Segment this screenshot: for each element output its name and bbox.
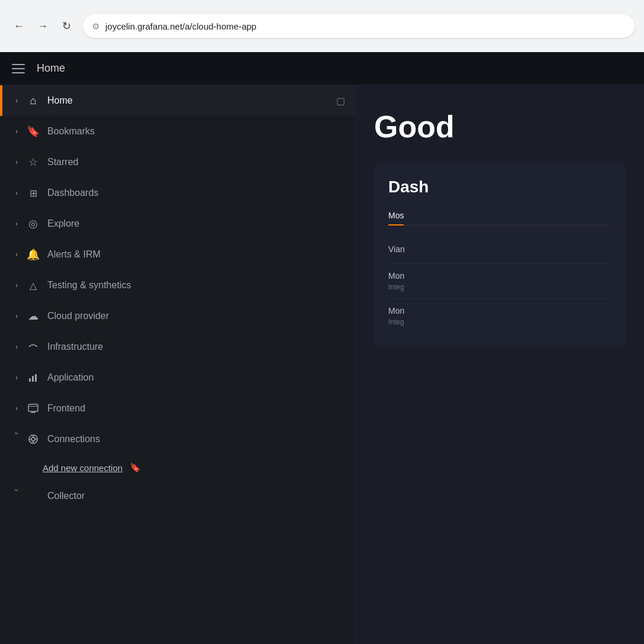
greeting-text: Good [374,109,625,144]
bookmark-icon[interactable]: 🔖 [130,462,141,473]
sidebar-item-label: Collector [47,491,345,501]
back-button[interactable]: ← [9,17,28,36]
hamburger-menu[interactable] [9,62,27,76]
sidebar: › ⌂ Home ▢ › 🔖 Bookmarks › ☆ Starred › ⊞ [0,85,355,644]
sidebar-item-label: Application [47,372,345,383]
connections-icon [24,434,43,445]
nav-buttons: ← → ↻ [9,17,76,36]
svg-rect-3 [28,404,38,411]
tab-most[interactable]: Mos [388,206,404,225]
svg-point-7 [31,437,35,441]
chevron-icon: › [9,312,24,320]
main-content: › ⌂ Home ▢ › 🔖 Bookmarks › ☆ Starred › ⊞ [0,85,644,644]
list-item-title: Mon [388,271,611,281]
app-layout: Home › ⌂ Home ▢ › 🔖 Bookmarks › ☆ Starr [0,52,644,644]
star-icon: ☆ [24,156,43,169]
list-item: Vian [388,237,611,264]
chevron-icon: › [9,250,24,259]
list-item-subtitle: Integ [388,318,611,326]
sidebar-item-label: Alerts & IRM [47,249,345,260]
sidebar-item-label: Bookmarks [47,126,345,137]
sidebar-item-connections[interactable]: › Connections [0,424,355,455]
chevron-icon: › [9,373,24,382]
sidebar-item-label: Cloud provider [47,311,345,321]
add-new-connection-item[interactable]: Add new connection 🔖 [0,455,355,481]
application-icon [24,372,43,383]
sidebar-item-alerts[interactable]: › 🔔 Alerts & IRM [0,239,355,270]
hamburger-line-1 [12,64,25,65]
chevron-icon: › [9,189,24,197]
chevron-down-icon: › [12,432,21,446]
layout-icon[interactable]: ▢ [336,95,345,107]
svg-rect-5 [29,406,37,407]
section-tabs: Mos [388,206,611,226]
sidebar-item-label: Frontend [47,403,345,414]
top-bar-title: Home [37,62,65,75]
chevron-icon: › [9,220,24,228]
right-panel: Good Dash Mos Vian Mon Integ Mon [355,85,644,644]
sidebar-item-label: Connections [47,434,345,445]
dashboard-section: Dash Mos Vian Mon Integ Mon Integ [374,163,625,347]
frontend-icon [24,403,43,414]
sidebar-item-label: Dashboards [47,188,345,198]
list-item-subtitle: Integ [388,283,611,291]
chevron-icon: › [9,127,24,136]
svg-rect-4 [31,412,36,413]
chevron-icon: › [9,96,24,105]
home-icon: ⌂ [24,95,43,107]
address-bar[interactable]: ⊙ joycelin.grafana.net/a/cloud-home-app [83,14,635,38]
list-item: Mon Integ [388,264,611,299]
sidebar-item-testing[interactable]: › △ Testing & synthetics [0,270,355,301]
address-icon: ⊙ [92,21,99,31]
sidebar-item-infrastructure[interactable]: › Infrastructure [0,331,355,362]
chevron-icon: › [9,158,24,166]
forward-button[interactable]: → [33,17,52,36]
sidebar-item-home[interactable]: › ⌂ Home ▢ [0,85,355,116]
sidebar-item-label: Explore [47,218,345,229]
chevron-down-icon: › [12,489,21,503]
top-bar: Home [0,52,644,85]
bookmark-icon: 🔖 [24,125,43,138]
chevron-icon: › [9,404,24,413]
chevron-icon: › [9,281,24,289]
infrastructure-icon [24,342,43,352]
section-title: Dash [388,178,611,197]
sidebar-item-label: Infrastructure [47,342,345,352]
list-item: Mon Integ [388,299,611,333]
address-text: joycelin.grafana.net/a/cloud-home-app [105,21,256,31]
svg-rect-1 [32,376,34,382]
sidebar-item-label: Testing & synthetics [47,280,345,291]
dashboards-icon: ⊞ [24,188,43,199]
sidebar-item-cloud[interactable]: › ☁ Cloud provider [0,301,355,331]
sidebar-item-label: Starred [47,157,345,168]
chevron-icon: › [9,343,24,351]
testing-icon: △ [24,280,43,291]
right-content: Good Dash Mos Vian Mon Integ Mon [355,85,644,371]
sidebar-item-starred[interactable]: › ☆ Starred [0,147,355,178]
explore-icon: ◎ [24,217,43,230]
hamburger-line-2 [12,68,25,69]
sidebar-item-collector[interactable]: › Collector [0,481,355,511]
list-item-title: Mon [388,306,611,315]
cloud-icon: ☁ [24,310,43,323]
hamburger-line-3 [12,72,25,73]
sidebar-item-bookmarks[interactable]: › 🔖 Bookmarks [0,116,355,147]
add-connection-container: Add new connection 🔖 [0,455,355,481]
sidebar-item-frontend[interactable]: › Frontend [0,393,355,424]
bell-icon: 🔔 [24,248,43,261]
reload-button[interactable]: ↻ [57,17,76,36]
list-item-title: Vian [388,244,611,254]
add-connection-label: Add new connection [43,463,123,473]
browser-chrome: ← → ↻ ⊙ joycelin.grafana.net/a/cloud-hom… [0,0,644,52]
svg-rect-2 [35,374,37,382]
svg-rect-0 [29,378,31,382]
sidebar-item-dashboards[interactable]: › ⊞ Dashboards [0,178,355,208]
sidebar-item-application[interactable]: › Application [0,362,355,393]
sidebar-item-label: Home [47,95,336,106]
sidebar-item-explore[interactable]: › ◎ Explore [0,208,355,239]
